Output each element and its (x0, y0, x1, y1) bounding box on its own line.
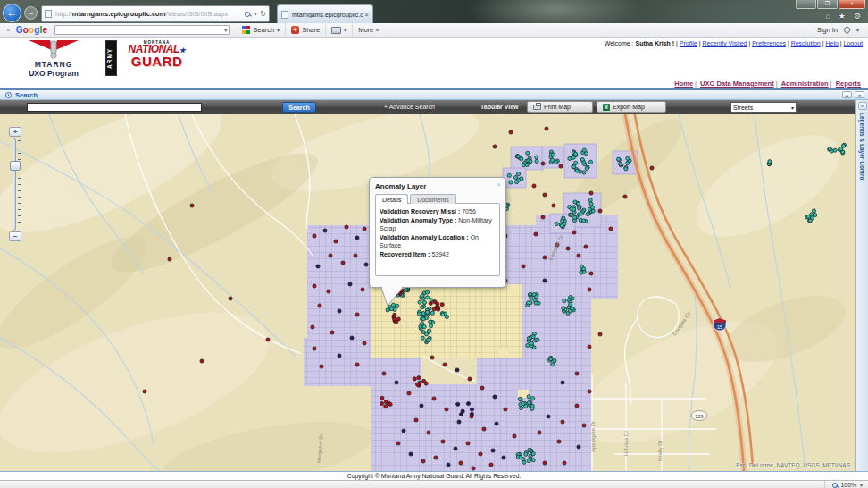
resolution-link[interactable]: Resolution (791, 40, 821, 46)
address-bar[interactable]: http://mtarngams.epicgrouplic.com/Views/… (41, 5, 270, 22)
maximize-button[interactable]: ❐ (817, 0, 838, 9)
window-controls: — ❐ × (795, 0, 865, 9)
screen-capture-icon (331, 27, 341, 34)
nav-reports-link[interactable]: Reports (836, 80, 861, 88)
anomaly-popup: Anomaly Layer × Details Documents Valida… (369, 177, 506, 288)
search-panel-header: Search ▴ « (0, 90, 868, 100)
svg-text:Applegate Dr: Applegate Dr (590, 421, 596, 452)
nav-administration-link[interactable]: Administration (781, 80, 829, 88)
browser-forward-button[interactable]: → (24, 6, 38, 20)
refresh-icon[interactable]: ↻ (260, 10, 266, 18)
minimize-button[interactable]: — (796, 0, 816, 9)
popup-callout-tail (380, 287, 405, 307)
status-bar: 100% ▾ (0, 480, 868, 488)
popup-field: Validation Anomaly LocationOn Surface (380, 233, 496, 250)
search-button[interactable]: Search (282, 102, 316, 113)
print-map-button[interactable]: Print Map (527, 101, 593, 113)
screenshot-button[interactable]: ▾ (326, 23, 353, 38)
nav-uxo-data-link[interactable]: UXO Data Management (700, 80, 774, 88)
panel-collapse-left-button[interactable]: « (855, 91, 864, 98)
zoom-lens-icon (832, 483, 838, 488)
capture-caret-icon[interactable]: ▾ (344, 27, 346, 33)
browser-zoom-control[interactable]: 100% ▾ (824, 481, 863, 488)
options-caret-icon[interactable]: ▾ (856, 27, 859, 33)
zoom-in-button[interactable]: + (9, 127, 21, 137)
screen: ← → http://mtarngams.epicgrouplic.com/Vi… (0, 0, 868, 488)
svg-text:229: 229 (695, 414, 703, 419)
toolbar-options-wrench-icon[interactable] (843, 26, 852, 35)
zoom-out-button[interactable]: − (9, 231, 21, 241)
sign-in-link[interactable]: Sign In (817, 26, 838, 34)
national-guard-logo: ARMY MONTANA NATIONAL★ GUARD (105, 40, 196, 76)
home-icon[interactable]: ⌂ (825, 12, 830, 21)
popup-tab-details[interactable]: Details (375, 194, 408, 204)
share-button[interactable]: + Share (286, 23, 326, 38)
share-icon: + (291, 26, 299, 34)
popup-body: Validation Recovery Missi7056 Validation… (375, 203, 500, 276)
url-text: http://mtarngams.epicgrouplic.com/Views/… (55, 10, 245, 18)
input-caret-icon[interactable]: ▾ (224, 27, 227, 33)
tab-title: mtarngams.epicgrouplic.co... (292, 12, 363, 18)
tab-close-icon[interactable]: × (364, 11, 369, 19)
browser-tab[interactable]: mtarngams.epicgrouplic.co... × (277, 4, 373, 23)
search-panel-icon (5, 92, 12, 98)
close-button[interactable]: × (839, 0, 865, 9)
settings-gear-icon[interactable]: ⚙ (854, 12, 861, 21)
popup-close-icon[interactable]: × (497, 181, 501, 189)
nav-home-link[interactable]: Home (674, 80, 693, 88)
search-caret-icon[interactable]: ▾ (277, 27, 280, 33)
google-toolbar: × Google ▾ Search ▾ + Share ▾ More » Sig… (0, 23, 868, 38)
legends-tab-label[interactable]: Legends & Layer Control (859, 113, 865, 181)
recently-visited-link[interactable]: Recently Visited (702, 40, 747, 46)
help-link[interactable]: Help (825, 40, 838, 46)
tabular-view-link[interactable]: Tabular View (480, 100, 519, 114)
logout-link[interactable]: Logout (844, 40, 863, 46)
panel-collapse-up-button[interactable]: ▴ (842, 91, 852, 98)
google-search-input[interactable]: ▾ (54, 25, 230, 35)
export-map-button[interactable]: X Export Map (597, 101, 666, 113)
search-panel-title: Search (15, 91, 38, 99)
search-input[interactable] (27, 103, 202, 112)
address-caret-icon[interactable]: ▾ (254, 11, 256, 17)
advance-search-link[interactable]: + Advance Search (384, 100, 435, 114)
svg-text:Hillview Dr: Hillview Dr (623, 431, 629, 456)
army-tab: ARMY (105, 40, 117, 76)
google-search-icon (242, 26, 250, 34)
popup-field: Recovered Item53942 (380, 250, 496, 259)
popup-tab-documents[interactable]: Documents (410, 194, 455, 204)
more-button[interactable]: More » (353, 23, 384, 38)
profile-link[interactable]: Profile (680, 40, 697, 46)
zoom-rail[interactable] (13, 138, 16, 231)
basemap-caret-icon: ▾ (791, 105, 794, 111)
legends-collapse-icon[interactable]: « (858, 102, 867, 110)
favorites-star-icon[interactable]: ★ (839, 12, 846, 21)
popup-field: Validation Anomaly TypeNon-Military Scra… (380, 216, 496, 233)
browser-back-button[interactable]: ← (3, 4, 21, 22)
mtarng-uxo-logo: MTARNG UXO Program (11, 40, 96, 78)
svg-text:Orally Dr: Orally Dr (657, 440, 663, 461)
basemap-select[interactable]: Streets ▾ (730, 102, 797, 113)
svg-text:15: 15 (717, 324, 722, 330)
address-search-icon[interactable] (245, 12, 250, 17)
map-container: Eastside DrDouglas CirApplegate DrHillvi… (0, 114, 855, 471)
zoom-track[interactable] (9, 138, 21, 231)
uxo-wings-icon (29, 40, 79, 60)
route-shield-oval: 229 (691, 411, 707, 421)
preferences-link[interactable]: Preferences (752, 40, 786, 46)
printer-icon (533, 105, 541, 110)
map-canvas[interactable]: Eastside DrDouglas CirApplegate DrHillvi… (0, 114, 855, 471)
google-search-button[interactable]: Search ▾ (237, 23, 286, 38)
zoom-handle[interactable] (10, 161, 21, 171)
zoom-caret-icon[interactable]: ▾ (860, 482, 863, 488)
toolbar-close-icon[interactable]: × (6, 26, 11, 34)
zoom-ticks (18, 140, 21, 228)
welcome-bar: Welcome : Sutha Krish ! | Profile | Rece… (605, 40, 863, 46)
map-attribution: Esri, DeLorme, NAVTEQ, USGS, METI/NAS (736, 462, 850, 468)
legends-sidebar[interactable]: « Legends & Layer Control (855, 100, 868, 471)
map-zoom-slider[interactable]: + − (9, 127, 23, 241)
user-name: Sutha Krish ! (636, 40, 675, 46)
browser-titlebar: ← → http://mtarngams.epicgrouplic.com/Vi… (0, 0, 868, 23)
tab-favicon-icon (281, 11, 288, 19)
zoom-level: 100% (841, 482, 856, 488)
popup-title: Anomaly Layer (370, 178, 505, 193)
